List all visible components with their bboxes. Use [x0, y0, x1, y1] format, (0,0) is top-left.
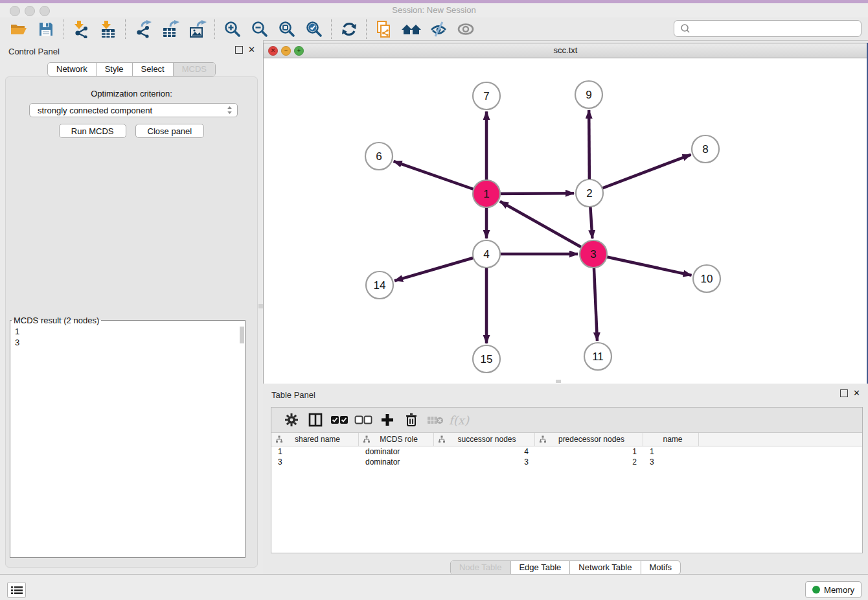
graph-node-label-8: 8 [702, 143, 708, 156]
close-panel-icon[interactable]: ✕ [248, 46, 255, 54]
zoom-selected-button[interactable] [301, 19, 328, 39]
table-cell[interactable]: dominator [359, 446, 434, 457]
column-header-mcds-role[interactable]: MCDS role [359, 433, 434, 446]
table-cell[interactable]: 4 [434, 446, 535, 457]
table-cell[interactable]: 1 [271, 446, 359, 457]
tab-network[interactable]: Network [48, 63, 96, 76]
list-icon [11, 586, 23, 595]
search-field[interactable] [674, 20, 862, 37]
graph-node-label-2: 2 [586, 187, 592, 200]
tab-style[interactable]: Style [96, 63, 132, 76]
export-table-button[interactable] [157, 19, 184, 39]
deselect-all-button[interactable] [351, 410, 375, 430]
graph-edge-1-6[interactable] [394, 161, 486, 194]
table-cell[interactable]: 2 [535, 457, 643, 467]
toolbar-separator [331, 19, 332, 39]
export-table-icon [161, 20, 179, 38]
table-cell[interactable]: 3 [271, 457, 359, 467]
delete-column-button[interactable] [399, 410, 423, 430]
close-panel-icon[interactable]: ✕ [853, 389, 860, 397]
first-neighbors-button[interactable] [398, 19, 425, 39]
criterion-dropdown[interactable]: strongly connected component [29, 103, 238, 117]
toolbar-separator [366, 19, 367, 39]
zoom-out-icon [251, 20, 269, 38]
graph-edge-4-14[interactable] [394, 254, 486, 281]
memory-label: Memory [824, 585, 854, 595]
save-session-button[interactable] [32, 19, 60, 39]
tab-edge-table[interactable]: Edge Table [510, 561, 569, 574]
column-header-predecessor-nodes[interactable]: predecessor nodes [535, 433, 643, 446]
graph-node-label-10: 10 [701, 273, 713, 285]
table-toolbar: f(x) [271, 408, 862, 433]
trash-icon [405, 413, 418, 427]
memory-status-icon [812, 586, 820, 594]
table-cell[interactable]: 1 [643, 446, 699, 457]
zoom-out-button[interactable] [246, 19, 273, 39]
export-network-button[interactable] [130, 19, 157, 39]
show-column-button[interactable] [303, 410, 327, 430]
select-all-button[interactable] [327, 410, 351, 430]
run-mcds-button[interactable]: Run MCDS [59, 124, 126, 138]
table-cell[interactable]: 3 [434, 457, 535, 467]
tab-node-table[interactable]: Node Table [451, 561, 510, 574]
network-view-window: ✕ − + scc.txt 7968124314101511 [263, 43, 868, 384]
graph-edges[interactable] [394, 110, 692, 343]
table-cell[interactable]: 3 [643, 457, 699, 467]
graph-edge-3-1[interactable] [500, 202, 593, 254]
window-titlebar: Session: New Session [0, 3, 868, 18]
tree-icon [539, 435, 547, 443]
refresh-button[interactable] [336, 19, 363, 39]
fx-icon: f(x) [449, 413, 469, 427]
graph-edge-2-8[interactable] [589, 155, 691, 193]
main-toolbar [0, 17, 868, 41]
scrollbar-thumb[interactable] [240, 327, 244, 343]
memory-button[interactable]: Memory [805, 581, 862, 598]
zoom-selected-icon [305, 20, 323, 38]
unchecked-boxes-icon [354, 415, 372, 424]
tab-mcds[interactable]: MCDS [173, 63, 215, 76]
tab-motifs[interactable]: Motifs [640, 561, 680, 574]
zoom-fit-icon [278, 20, 296, 38]
table-row[interactable]: 3dominator323 [271, 457, 862, 467]
clone-network-button[interactable] [371, 19, 398, 39]
search-input[interactable] [692, 22, 861, 35]
graph-edge-3-10[interactable] [593, 254, 692, 275]
graph-node-label-9: 9 [586, 89, 591, 101]
column-header-name[interactable]: name [643, 433, 699, 446]
control-panel-tabs: Network Style Select MCDS [47, 62, 216, 76]
delete-table-button[interactable] [423, 410, 447, 430]
table-row[interactable]: 1dominator411 [271, 446, 862, 457]
gear-icon [284, 412, 299, 428]
table-cell[interactable]: dominator [359, 457, 434, 467]
export-image-icon [188, 20, 207, 38]
task-history-button[interactable] [7, 582, 26, 598]
mcds-result-text[interactable]: 1 3 [10, 325, 245, 348]
table-cell[interactable]: 1 [535, 446, 643, 457]
float-panel-icon[interactable] [840, 389, 848, 397]
column-header-successor-nodes[interactable]: successor nodes [434, 433, 535, 446]
zoom-fit-button[interactable] [273, 19, 301, 39]
import-table-button[interactable] [95, 19, 122, 39]
tab-select[interactable]: Select [132, 63, 173, 76]
stepper-chevrons-icon [227, 105, 233, 115]
network-window-titlebar[interactable]: ✕ − + scc.txt [264, 43, 867, 58]
import-network-button[interactable] [67, 19, 95, 39]
close-panel-button[interactable]: Close panel [135, 124, 205, 138]
open-folder-icon [10, 20, 28, 38]
export-image-button[interactable] [184, 19, 211, 39]
function-builder-button[interactable]: f(x) [447, 410, 471, 430]
graph-node-label-15: 15 [481, 353, 493, 365]
scrollbar-thumb[interactable] [258, 304, 263, 308]
column-header-shared-name[interactable]: shared name [271, 433, 359, 446]
show-panels-button[interactable] [452, 19, 479, 39]
tab-network-table[interactable]: Network Table [569, 561, 640, 574]
add-column-button[interactable] [375, 410, 399, 430]
table-settings-button[interactable] [279, 410, 303, 430]
hide-panels-button[interactable] [425, 19, 452, 39]
network-graph-canvas[interactable]: 7968124314101511 [264, 58, 866, 384]
zoom-in-button[interactable] [219, 19, 246, 39]
save-icon [38, 21, 54, 38]
float-panel-icon[interactable] [235, 46, 243, 54]
scrollbar-thumb[interactable] [556, 380, 561, 383]
open-file-button[interactable] [5, 19, 32, 39]
